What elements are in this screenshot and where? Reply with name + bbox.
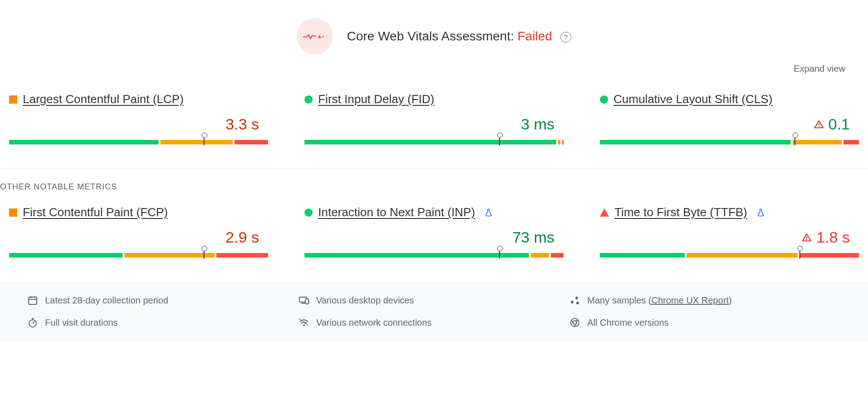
metric-title-link[interactable]: Largest Contentful Paint (LCP): [23, 92, 184, 106]
svg-point-20: [303, 324, 305, 326]
footer-info: Latest 28-day collection period Various …: [0, 281, 868, 342]
expand-view-link[interactable]: Expand view: [794, 64, 845, 74]
status-dot-icon: [600, 95, 608, 104]
dist-segment: [843, 140, 859, 144]
footer-devices-text: Various desktop devices: [316, 295, 414, 306]
warning-triangle-icon: [802, 233, 812, 243]
samples-prefix: Many samples (: [587, 295, 651, 305]
stopwatch-icon: [27, 317, 38, 328]
assessment-header: Core Web Vitals Assessment: Failed ?: [0, 0, 868, 64]
metric-header: First Input Delay (FID): [304, 92, 564, 106]
assessment-title: Core Web Vitals Assessment: Failed ?: [347, 29, 571, 44]
metric-value: 3 ms: [521, 115, 554, 133]
footer-durations: Full visit durations: [27, 317, 299, 328]
distribution-bar: [600, 135, 859, 145]
other-metrics-label: OTHER NOTABLE METRICS: [0, 169, 868, 201]
core-web-vitals-panel: Core Web Vitals Assessment: Failed ? Exp…: [0, 0, 868, 342]
distribution-bar: [304, 248, 564, 258]
samples-suffix: ): [729, 295, 732, 305]
metric-card: Time to First Byte (TTFB)1.8 s: [600, 201, 859, 263]
footer-network: Various network connections: [299, 317, 570, 328]
distribution-bar: [600, 248, 859, 258]
metric-title-link[interactable]: First Input Delay (FID): [318, 92, 434, 106]
percentile-marker: [799, 248, 800, 258]
svg-marker-0: [318, 35, 321, 38]
dist-segment: [687, 253, 798, 258]
footer-collection-text: Latest 28-day collection period: [45, 295, 168, 306]
metric-title-link[interactable]: Cumulative Layout Shift (CLS): [614, 92, 773, 106]
dist-segment: [160, 140, 233, 144]
metric-value-row: 73 ms: [304, 228, 564, 246]
dist-segment: [9, 140, 159, 144]
status-square-icon: [9, 208, 17, 217]
dist-segment: [799, 253, 859, 258]
status-badge-circle: [297, 18, 333, 55]
metric-card: Interaction to Next Paint (INP)73 ms: [304, 201, 564, 263]
footer-samples: Many samples (Chrome UX Report): [569, 295, 841, 306]
metric-header: Cumulative Layout Shift (CLS): [600, 92, 859, 106]
metric-value-row: 3 ms: [304, 115, 564, 133]
metric-card: Largest Contentful Paint (LCP)3.3 s: [9, 88, 268, 150]
metric-value: 0.1: [828, 115, 850, 133]
metric-title-link[interactable]: Time to First Byte (TTFB): [614, 205, 747, 219]
metric-title-link[interactable]: Interaction to Next Paint (INP): [318, 205, 475, 219]
help-icon[interactable]: ?: [560, 32, 571, 43]
devices-icon: [299, 295, 309, 306]
metric-header: Largest Contentful Paint (LCP): [9, 92, 268, 106]
dist-segment: [304, 140, 556, 144]
percentile-marker: [794, 135, 795, 145]
metric-value-row: 1.8 s: [600, 228, 859, 246]
metric-value: 1.8 s: [816, 228, 850, 246]
metric-header: Interaction to Next Paint (INP): [304, 205, 564, 219]
metric-value-row: 3.3 s: [9, 115, 268, 133]
dist-segment: [234, 140, 268, 144]
svg-point-3: [818, 126, 819, 127]
network-icon: [299, 317, 309, 328]
flask-icon: [484, 208, 493, 217]
metric-header: First Contentful Paint (FCP): [9, 205, 268, 219]
chrome-ux-report-link[interactable]: Chrome UX Report: [651, 295, 728, 305]
percentile-marker: [499, 135, 500, 145]
svg-rect-6: [29, 297, 37, 304]
assessment-status: Failed: [518, 29, 552, 43]
dist-segment: [216, 253, 268, 258]
metric-title-link[interactable]: First Contentful Paint (FCP): [23, 205, 168, 219]
title-prefix: Core Web Vitals Assessment:: [347, 29, 518, 43]
percentile-marker: [204, 248, 205, 258]
calendar-icon: [27, 295, 38, 306]
metric-value: 3.3 s: [225, 115, 259, 133]
metric-value: 73 ms: [512, 228, 554, 246]
warning-triangle-icon: [814, 119, 824, 129]
svg-point-15: [576, 302, 579, 304]
dist-segment: [562, 140, 564, 144]
metric-value: 2.9 s: [225, 228, 259, 246]
metric-value-row: 0.1: [600, 115, 859, 133]
dist-segment: [9, 253, 123, 258]
dist-segment: [531, 253, 549, 258]
distribution-bar: [304, 135, 564, 145]
dist-segment: [600, 140, 791, 144]
footer-durations-text: Full visit durations: [45, 318, 118, 328]
percentile-marker: [499, 248, 500, 258]
footer-devices: Various desktop devices: [299, 295, 570, 306]
metric-value-row: 2.9 s: [9, 228, 268, 246]
metric-card: First Input Delay (FID)3 ms: [304, 88, 564, 150]
metric-header: Time to First Byte (TTFB): [600, 205, 859, 219]
percentile-marker: [204, 135, 205, 145]
status-triangle-icon: [600, 208, 609, 217]
footer-versions: All Chrome versions: [569, 317, 841, 328]
other-metrics-grid: First Contentful Paint (FCP)2.9 sInterac…: [0, 201, 868, 281]
chrome-icon: [569, 317, 580, 328]
dist-segment: [125, 253, 215, 258]
dist-segment: [600, 253, 685, 258]
status-dot-icon: [304, 208, 313, 217]
footer-collection: Latest 28-day collection period: [27, 295, 299, 306]
svg-rect-11: [305, 299, 309, 304]
expand-row: Expand view: [0, 64, 868, 88]
dist-segment: [551, 253, 564, 258]
flask-icon: [756, 208, 765, 217]
distribution-bar: [9, 248, 268, 258]
metric-card: Cumulative Layout Shift (CLS)0.1: [600, 88, 859, 150]
core-metrics-grid: Largest Contentful Paint (LCP)3.3 sFirst…: [0, 88, 868, 168]
dist-segment: [304, 253, 529, 258]
